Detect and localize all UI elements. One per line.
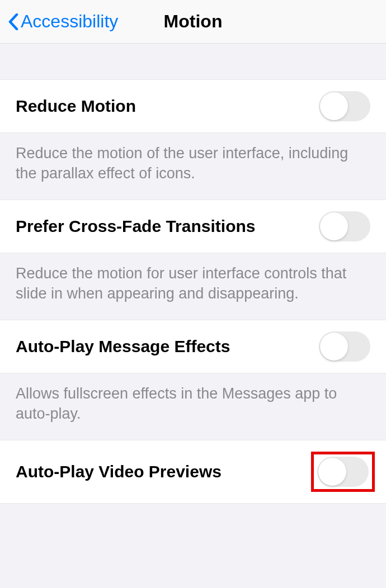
auto-play-effects-row[interactable]: Auto-Play Message Effects bbox=[0, 320, 386, 373]
toggle-knob bbox=[320, 333, 348, 361]
auto-play-effects-description: Allows fullscreen effects in the Message… bbox=[0, 373, 386, 440]
cross-fade-description: Reduce the motion for user interface con… bbox=[0, 253, 386, 320]
highlight-box bbox=[311, 452, 375, 492]
cross-fade-toggle[interactable] bbox=[319, 211, 370, 241]
page-title: Motion bbox=[164, 11, 223, 32]
spacer bbox=[0, 44, 386, 79]
auto-play-video-label: Auto-Play Video Previews bbox=[16, 462, 222, 481]
reduce-motion-label: Reduce Motion bbox=[16, 97, 136, 116]
settings-content: Reduce Motion Reduce the motion of the u… bbox=[0, 44, 386, 504]
cross-fade-label: Prefer Cross-Fade Transitions bbox=[16, 217, 255, 236]
back-label: Accessibility bbox=[21, 11, 118, 32]
cross-fade-row[interactable]: Prefer Cross-Fade Transitions bbox=[0, 200, 386, 253]
nav-header: Accessibility Motion bbox=[0, 0, 386, 44]
auto-play-video-toggle[interactable] bbox=[317, 457, 369, 487]
back-button[interactable]: Accessibility bbox=[0, 11, 118, 32]
toggle-knob bbox=[320, 212, 348, 240]
reduce-motion-description: Reduce the motion of the user interface,… bbox=[0, 133, 386, 200]
reduce-motion-toggle[interactable] bbox=[319, 91, 370, 121]
auto-play-video-row[interactable]: Auto-Play Video Previews bbox=[0, 440, 386, 504]
auto-play-effects-toggle[interactable] bbox=[319, 331, 370, 362]
toggle-knob bbox=[318, 458, 346, 486]
toggle-knob bbox=[320, 92, 348, 120]
reduce-motion-row[interactable]: Reduce Motion bbox=[0, 79, 386, 133]
auto-play-effects-label: Auto-Play Message Effects bbox=[16, 337, 230, 356]
chevron-left-icon bbox=[8, 13, 18, 30]
